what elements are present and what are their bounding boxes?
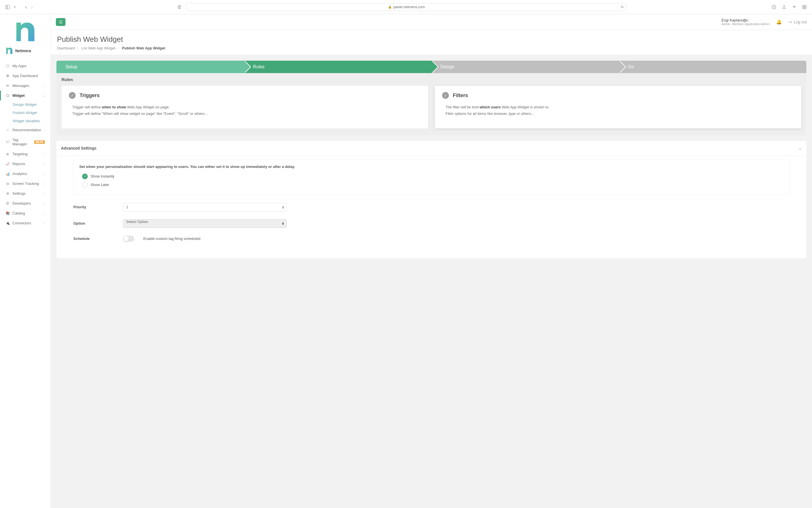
nav-publish-widget[interactable]: Publish Widget [13, 109, 50, 117]
page-title: Publish Web Widget [57, 35, 806, 44]
widget-icon: ⬡ [6, 94, 10, 98]
nav-widget[interactable]: ⬡Widget⌄ [0, 91, 50, 100]
step-design[interactable]: Design [432, 61, 619, 73]
chevron-right-icon: › [44, 162, 45, 166]
url-text: panel.netmera.com [394, 5, 425, 9]
triggers-panel[interactable]: ✓ Triggers Trigger will define when to s… [61, 86, 428, 128]
dev-icon: ⦿ [6, 202, 10, 206]
nav-developers[interactable]: ⦿Developers› [0, 199, 50, 208]
filters-title: Filters [453, 93, 468, 98]
chevron-right-icon: › [44, 192, 45, 195]
reload-icon[interactable]: ↻ [621, 5, 624, 9]
nav-settings[interactable]: ⚙Settings› [0, 188, 50, 199]
timing-box: Set when your personalization should sta… [73, 160, 790, 195]
logout-icon: ↪ [788, 20, 792, 24]
crumb-list[interactable]: List Web App Widget [82, 46, 116, 50]
nav-list: 🖵My Apps ❂App Dashboard ✉Messages› ⬡Widg… [0, 59, 50, 230]
chevron-down-icon: ⌄ [42, 94, 45, 97]
analytics-icon: 📊 [6, 172, 10, 176]
browser-chrome: ▾ ‹ › 🔒 panel.netmera.com ↻ + [0, 0, 812, 14]
chevron-right-icon: › [44, 212, 45, 215]
nav-app-dashboard[interactable]: ❂App Dashboard [0, 71, 50, 81]
brand-row[interactable]: Netmera [0, 47, 50, 59]
radio-show-later[interactable]: Show Later [79, 181, 783, 189]
messages-icon: ✉ [6, 84, 10, 88]
chevron-right-icon: › [44, 128, 45, 132]
hamburger-button[interactable]: ☰ [56, 18, 65, 26]
schedule-label: Schedule [73, 237, 123, 241]
catalog-icon: 📚 [6, 211, 10, 215]
wizard-card: Setup Rules Design Go Rules ✓ Triggers T… [56, 61, 806, 135]
topbar: ☰ Ezgi Kaptanoğlu Admin, Member, Applica… [51, 14, 812, 30]
crumb-current: Publish Web App Widget [122, 46, 165, 50]
check-icon: ✓ [69, 92, 76, 99]
screen-icon: ⧉ [6, 182, 10, 186]
chevron-right-icon: › [44, 153, 45, 156]
rules-heading: Rules [56, 73, 806, 86]
sidebar-toggle-icon[interactable] [5, 4, 10, 10]
schedule-toggle[interactable] [123, 236, 134, 242]
nav-messages[interactable]: ✉Messages› [0, 81, 50, 91]
check-icon: ✓ [442, 92, 449, 99]
option-select[interactable]: Select Option [123, 219, 287, 228]
radio-show-instantly[interactable]: ✓ Show Instantly [79, 172, 783, 181]
breadcrumb: Dashboard/ List Web App Widget/ Publish … [57, 46, 806, 50]
priority-input[interactable] [123, 203, 287, 211]
share-icon[interactable] [781, 4, 786, 10]
sidebar: Netmera 🖵My Apps ❂App Dashboard ✉Message… [0, 14, 51, 508]
priority-label: Priority [73, 205, 123, 209]
nav-recommendation[interactable]: ☆Recommendation› [0, 125, 50, 135]
nav-connectors[interactable]: 🔌Connectors› [0, 218, 50, 228]
user-block[interactable]: Ezgi Kaptanoğlu Admin, Member, Applicati… [721, 18, 769, 26]
chevron-down-icon[interactable]: ▾ [14, 5, 15, 8]
main-area: ☰ Ezgi Kaptanoğlu Admin, Member, Applica… [51, 14, 812, 508]
svg-rect-1 [803, 5, 804, 7]
option-label: Option [73, 221, 123, 225]
download-icon[interactable] [771, 4, 776, 10]
svg-rect-3 [803, 7, 804, 9]
logout-link[interactable]: ↪ Log out [788, 20, 807, 24]
nav-analytics[interactable]: 📊Analytics› [0, 169, 50, 179]
url-bar[interactable]: 🔒 panel.netmera.com ↻ [186, 3, 627, 11]
advanced-toggle[interactable]: Advanced Settings ⌄ [56, 141, 806, 156]
logo [0, 19, 50, 47]
beta-badge: BETA [34, 140, 45, 144]
gear-icon: ⚙ [6, 192, 10, 196]
shield-icon[interactable] [177, 5, 181, 9]
nav-widget-variables[interactable]: Widget Variables [13, 117, 50, 125]
chevron-right-icon: › [44, 84, 45, 87]
step-rules[interactable]: Rules [244, 61, 432, 73]
plus-icon[interactable]: + [792, 4, 797, 10]
nav-reports[interactable]: 📈Reports› [0, 159, 50, 169]
advanced-card: Advanced Settings ⌄ Set when your person… [56, 141, 806, 258]
chevron-right-icon: › [44, 221, 45, 225]
nav-design-widget[interactable]: Design Widget [13, 100, 50, 109]
user-roles: Admin, Member, Application Admin [721, 22, 769, 26]
nav-forward-icon: › [31, 4, 33, 10]
filters-panel[interactable]: ✓ Filters The filter will be limit which… [435, 86, 801, 128]
chevron-right-icon: › [44, 172, 45, 175]
nav-targeting[interactable]: ≣Targeting› [0, 149, 50, 159]
reports-icon: 📈 [6, 162, 10, 166]
nav-my-apps[interactable]: 🖵My Apps [0, 61, 50, 71]
schedule-text: Enable custom tag firing scheduled [143, 237, 200, 241]
tag-icon: 🏷 [6, 140, 10, 144]
page-header: Publish Web Widget Dashboard/ List Web A… [51, 30, 812, 55]
desktop-icon: 🖵 [6, 64, 10, 68]
svg-rect-2 [805, 5, 806, 7]
nav-screen-tracking[interactable]: ⧉Screen Tracking› [0, 179, 50, 188]
user-name: Ezgi Kaptanoğlu [721, 18, 769, 22]
grid-icon[interactable] [802, 4, 807, 10]
nav-catalog[interactable]: 📚Catalog› [0, 208, 50, 218]
radio-unchecked-icon [82, 182, 88, 188]
step-nav: Setup Rules Design Go [56, 61, 806, 73]
svg-rect-4 [805, 7, 806, 9]
step-go[interactable]: Go [619, 61, 807, 73]
step-setup[interactable]: Setup [56, 61, 244, 73]
crumb-dashboard[interactable]: Dashboard [57, 46, 75, 50]
nav-back-icon[interactable]: ‹ [25, 4, 27, 10]
triggers-title: Triggers [80, 93, 100, 98]
nav-tag-manager[interactable]: 🏷Tag ManagerBETA [0, 135, 50, 149]
bell-icon[interactable]: 🔔 [776, 19, 782, 25]
dashboard-icon: ❂ [6, 74, 10, 78]
